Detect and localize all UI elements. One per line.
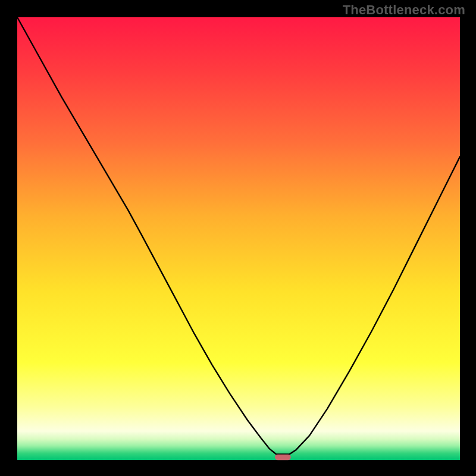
watermark-label: TheBottleneck.com: [343, 2, 465, 18]
plot-background: [17, 17, 460, 460]
bottleneck-chart: [0, 0, 476, 476]
optimal-marker: [275, 455, 291, 461]
chart-frame: TheBottleneck.com: [0, 0, 476, 476]
